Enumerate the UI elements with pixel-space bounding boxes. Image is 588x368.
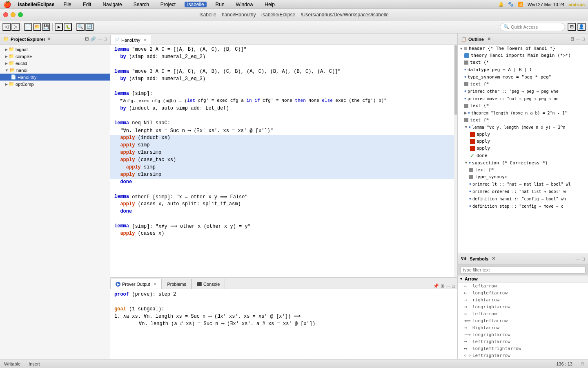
menu-run[interactable]: Run [213,2,227,7]
outline-collapse-icon[interactable]: ⊟ [570,36,574,42]
toolbar-refresh-btn[interactable]: 🔄 [85,23,94,31]
tree-item-compSE[interactable]: ▶ 📁 compSE [0,53,110,60]
menu-isabelle[interactable]: Isabelle [185,2,206,7]
prover-tab-close[interactable]: ✕ [153,282,156,286]
prover-tab-problems[interactable]: Problems [162,279,191,289]
outline-item-text3[interactable]: text {* [458,102,588,109]
outline-item-apply1[interactable]: apply [458,131,588,138]
outline-item-primrec-lt[interactable]: • primrec lt :: "nat ⇒ nat list ⇒ bool" … [458,180,588,188]
tree-item-hanoi[interactable]: ▼ 📂 hanoi [0,67,110,74]
prover-stack-icon[interactable]: ⊞ [441,283,444,289]
outline-item-def-hanoi[interactable]: • definition hanoi :: "config ⇒ bool" wh [458,195,588,202]
outline-item-text1[interactable]: text {* [458,59,588,66]
outline-item-text2[interactable]: text {* [458,81,588,88]
toolbar-back-btn[interactable]: ◁ [2,23,11,31]
minimize-panel-icon[interactable]: — [98,36,102,42]
minimize-button[interactable] [11,12,16,17]
symbol-longrightarrow[interactable]: ⟶ longrightarrow [458,303,588,310]
toolbar-open-btn[interactable]: 📂 [33,23,41,31]
outline-item-done[interactable]: ✓ done [458,152,588,159]
menu-search[interactable]: Search [131,2,151,7]
project-explorer-close[interactable]: ✕ [47,36,51,42]
symbol-Leftrightarrow[interactable]: ⟺ Leftrightarrow [458,352,588,359]
symbol-leftrightarrow[interactable]: ↔ leftrightarrow [458,338,588,345]
outline-item-primrec-move[interactable]: • primrec move :: "nat ⇒ peg ⇒ peg ⇒ mo [458,95,588,102]
menu-project[interactable]: Project [158,2,178,7]
outline-content[interactable]: ▼ header {* The Towers of Hanoi *} theor… [458,45,588,253]
symbol-Leftarrow[interactable]: ⇐ Leftarrow [458,310,588,317]
toolbar-run-btn[interactable]: ▶ [55,23,63,31]
symbols-filter-area[interactable] [458,265,588,276]
symbol-longleftarrow[interactable]: ⟵ longleftarrow [458,289,588,296]
outline-item-typesynonym2[interactable]: type_synonym [458,173,588,180]
prover-content[interactable]: proof (prove): step 2 goal (1 subgoal): … [110,289,457,359]
outline-close[interactable]: ✕ [487,36,491,42]
quick-access-search[interactable]: 🔍 [500,23,565,31]
toolbar-save-btn[interactable]: 💾 [42,23,50,31]
prover-minimize-icon[interactable]: — [446,284,450,289]
editor-tab-Hanoi[interactable]: 📄 Hanoi.thy ✕ [110,35,151,45]
menu-help[interactable]: Help [262,2,277,7]
menu-navigate[interactable]: Navigate [100,2,124,7]
toolbar-new-btn[interactable]: 📄 [24,23,32,31]
toolbar-perspective-btn[interactable]: ⊞ [568,23,576,31]
tree-item-euclid[interactable]: ▶ 📁 euclid [0,60,110,67]
outline-item-apply2[interactable]: apply [458,138,588,145]
outline-item-apply3[interactable]: apply [458,145,588,152]
prover-maximize-icon[interactable]: □ [452,284,455,289]
outline-item-text4[interactable]: text {* [458,117,588,123]
symbol-Longrightarrow[interactable]: ⟹ Longrightarrow [458,331,588,338]
symbols-content[interactable]: ▼ Arrow ← leftarrow ⟵ longleftarrow → ri… [458,276,588,359]
menu-file[interactable]: File [61,2,74,7]
menu-edit[interactable]: Edit [80,2,94,7]
toolbar-debug-btn[interactable]: 🐛 [64,23,72,31]
quick-access-input[interactable] [511,25,561,29]
symbols-maximize-icon[interactable]: □ [582,256,585,261]
symbols-minimize-icon[interactable]: — [576,256,580,261]
outline-minimize-icon[interactable]: — [576,36,580,42]
toolbar-forward-btn[interactable]: ▷ [11,23,20,31]
symbols-arrow-group-header[interactable]: ▼ Arrow [458,276,588,283]
maximize-button[interactable] [18,12,23,17]
menu-window[interactable]: Window [234,2,256,7]
link-editor-icon[interactable]: 🔗 [90,36,96,42]
symbols-title: Symbols [470,256,488,261]
symbols-filter-input[interactable] [460,266,586,274]
symbol-leftarrow[interactable]: ← leftarrow [458,283,588,289]
outline-item-subsection[interactable]: ▼ • subsection {* Correctness *} [458,159,588,166]
collapse-all-icon[interactable]: ⊟ [85,36,89,42]
close-button[interactable] [3,12,8,17]
editor-scrollbar-thumb[interactable] [454,45,457,114]
outline-item-header[interactable]: ▼ header {* The Towers of Hanoi *} [458,45,588,52]
toolbar-user-btn[interactable]: 👤 [577,23,586,31]
outline-item-theorem[interactable]: ▶ • theorem "length (move n a b) = 2^n -… [458,109,588,117]
window-controls[interactable] [3,12,23,17]
editor-content[interactable]: lemma "move 2 A C = [(A, B), (A, C), (B,… [110,45,457,277]
tab-close-icon[interactable]: ✕ [143,38,147,42]
tree-item-optComp[interactable]: ▶ 📁 optComp [0,81,110,88]
outline-maximize-icon[interactable]: □ [582,36,585,42]
outline-item-primrec-ordered[interactable]: • primrec ordered :: "nat list ⇒ bool" w [458,188,588,195]
tree-item-bignat[interactable]: ▶ 📁 bignat [0,46,110,53]
app-name[interactable]: Isabelle/Eclipse [18,2,54,7]
maximize-panel-icon[interactable]: □ [104,36,107,42]
outline-item-primrec-other[interactable]: • primrec other :: "peg ⇒ peg ⇒ peg whe [458,88,588,95]
symbol-Longleftarrow[interactable]: ⟸ Longleftarrow [458,317,588,324]
outline-item-theory[interactable]: theory Hanoi imports Main begin (*>*) [458,52,588,59]
outline-item-lemma[interactable]: ▼ • lemma "∀x y. length (move n x y) = 2… [458,123,588,131]
outline-item-datatype[interactable]: • datatype peg = A | B | C [458,66,588,73]
symbols-close[interactable]: ✕ [492,256,495,261]
symbol-longleftrightarrow[interactable]: ⟷ longleftrightarrow [458,345,588,352]
editor-scrollbar[interactable] [454,45,457,277]
symbol-rightarrow[interactable]: → rightarrow [458,296,588,303]
apple-menu[interactable]: 🍎 [3,0,11,8]
prover-pin-icon[interactable]: 📌 [433,283,439,289]
tree-item-Hanoi-thy[interactable]: 📄 Hanoi.thy [0,74,110,81]
outline-item-def-step[interactable]: • definition step :: "config ⇒ move ⇒ c [458,202,588,210]
outline-item-text5[interactable]: text {* [458,166,588,173]
outline-item-typesynonym[interactable]: • type_synonym move = "peg * peg" [458,73,588,81]
symbol-Rightarrow[interactable]: ⇒ Rightarrow [458,324,588,331]
prover-tab-output[interactable]: ▶ Prover Output ✕ [110,279,162,289]
toolbar-search-btn[interactable]: 🔍 [76,23,85,31]
prover-tab-console[interactable]: ⬛ Console [192,279,225,289]
